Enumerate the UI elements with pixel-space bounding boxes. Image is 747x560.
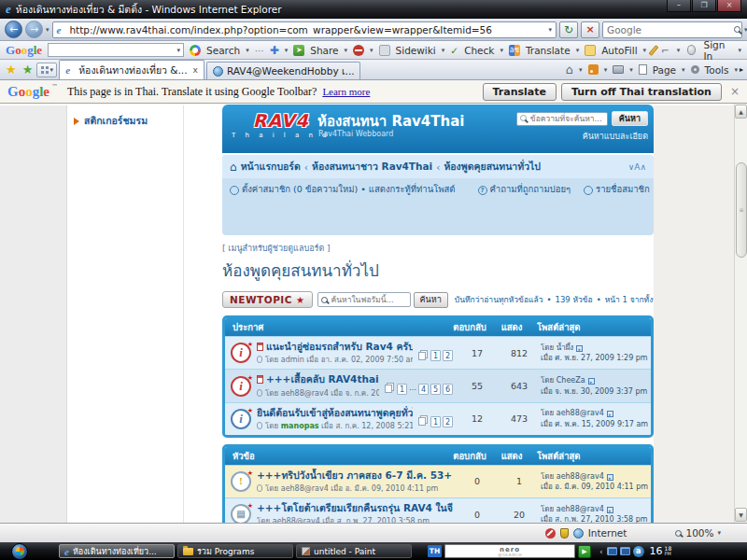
topic-title-link[interactable]: แนะนำอู่ซ่อมรถสำหรับ Rav4 ครับ xyxy=(266,341,413,352)
autofill-dropdown-icon[interactable]: ▾ xyxy=(643,47,647,54)
url-input[interactable] xyxy=(69,24,544,35)
user-settings-link[interactable]: ตั้งค่าสมาชิก (0 ข้อความใหม่) xyxy=(242,182,358,196)
new-topic-button[interactable]: NEWTOPIC ★ xyxy=(222,291,313,308)
notification-close-icon[interactable]: × xyxy=(730,85,740,98)
url-box[interactable]: e ▾ xyxy=(52,21,557,38)
toolbar-search-box[interactable]: ▾ xyxy=(48,43,184,57)
zoom-dropdown-icon[interactable]: ▾ xyxy=(717,529,721,537)
goto-last-post-icon[interactable]: ▸ xyxy=(607,411,613,417)
page-number-chip[interactable]: 6 xyxy=(443,384,453,395)
start-button[interactable] xyxy=(11,543,28,560)
forum-title[interactable]: ห้องพูดคุยสนทนาทั่วไป xyxy=(222,258,654,283)
page-number-chip[interactable]: 1 xyxy=(397,384,407,395)
taskbar-button-paint[interactable]: untitled - Paint xyxy=(296,544,412,558)
tools-dropdown-icon[interactable]: ▾ xyxy=(734,66,738,74)
page-number-chip[interactable]: 4 xyxy=(418,384,429,395)
learn-more-link[interactable]: Learn more xyxy=(322,86,370,97)
taskbar-button-programs[interactable]: รวม Programs xyxy=(177,544,293,558)
network-tray-icon[interactable] xyxy=(620,547,630,555)
page-number-chip[interactable]: 2 xyxy=(443,350,453,361)
topic-author-link[interactable]: manopas xyxy=(281,422,319,430)
favorites-star-icon[interactable]: ★ xyxy=(6,63,17,77)
scroll-down-button[interactable]: ▼ xyxy=(735,508,747,522)
network-tray-icon[interactable] xyxy=(607,547,617,555)
forum-search-button[interactable]: ค้นหา xyxy=(414,292,448,308)
print-icon[interactable] xyxy=(613,65,624,74)
nero-search-box[interactable]: nero @SEARCH xyxy=(444,544,575,558)
minimize-button[interactable]: – xyxy=(667,0,691,12)
toolbar-share-button[interactable]: Share xyxy=(310,45,338,56)
forum-search-input[interactable] xyxy=(317,292,411,307)
sidewiki-dropdown-icon[interactable]: ▾ xyxy=(442,47,445,54)
tray-expand-icon[interactable]: ‹ xyxy=(599,547,603,556)
settings-dropdown-icon[interactable]: ▾ xyxy=(677,47,681,54)
topic-title-link[interactable]: +++เสื้อคลับ RAV4thai ล็อตแรก รับจองด่วน… xyxy=(266,373,379,385)
language-indicator[interactable]: TH xyxy=(428,545,442,557)
search-icon[interactable] xyxy=(734,26,740,33)
toolbar-signin-button[interactable]: Sign In xyxy=(703,39,730,62)
page-menu-button[interactable]: Page xyxy=(653,64,676,76)
avast-tray-icon[interactable]: a xyxy=(633,546,644,557)
toolbar-search-dropdown-icon[interactable]: ▾ xyxy=(177,47,181,54)
text-size-controls[interactable]: ∨A∧ xyxy=(628,162,646,172)
toolbar-settings-icon[interactable]: ⌐ xyxy=(661,45,669,56)
share-dropdown-icon[interactable]: ▾ xyxy=(345,47,348,54)
page-dropdown-icon[interactable]: ▾ xyxy=(682,66,685,74)
last-post-author[interactable]: โดย aeh88@rav4 xyxy=(541,505,604,513)
topic-title-link[interactable]: +++ทริปวังน้ำเขียว ภาคสอง 6-7 มี.ค. 53++… xyxy=(257,469,453,481)
maximize-button[interactable]: ❐ xyxy=(692,0,716,12)
quick-tabs-button[interactable]: ▾ xyxy=(36,63,57,77)
turn-off-translation-button[interactable]: Turn off Thai translation xyxy=(561,83,722,101)
ie-search-box[interactable]: ▾ xyxy=(602,21,742,38)
toolbar-translate-button[interactable]: Translate xyxy=(526,45,571,56)
page-number-chip[interactable]: 1 xyxy=(430,350,441,361)
rss-feed-icon[interactable] xyxy=(588,64,599,75)
back-button[interactable]: ← xyxy=(5,21,22,38)
page-number-chip[interactable]: 1 xyxy=(430,416,441,427)
toolbar-check-button[interactable]: Check xyxy=(464,45,494,56)
scroll-up-button[interactable]: ▲ xyxy=(735,105,747,119)
add-bookmark-icon[interactable]: ✚ xyxy=(270,44,279,57)
translate-dropdown-icon[interactable]: ▾ xyxy=(576,47,580,54)
check-dropdown-icon[interactable]: ▾ xyxy=(500,47,503,54)
forward-button[interactable]: → xyxy=(25,21,43,38)
zoom-level[interactable]: 100% xyxy=(685,527,713,539)
tab-close-icon[interactable]: x xyxy=(193,65,198,75)
popup-dropdown-icon[interactable]: ▾ xyxy=(370,47,374,54)
board-search-button[interactable]: ค้นหา xyxy=(612,111,648,126)
toolbar-autofill-button[interactable]: AutoFill xyxy=(601,45,637,56)
close-button[interactable]: × xyxy=(717,0,741,12)
refresh-button[interactable]: ↻ xyxy=(559,21,578,38)
taskbar-button-ie[interactable]: e ห้องเดินทางท่องเที่ยว... xyxy=(59,544,175,558)
topic-title-link[interactable]: +++โตโยต้าเตรียมเรียกคืนรถรุ่น RAV4 ในจี… xyxy=(257,502,453,513)
breadcrumb-home-link[interactable]: หน้าแรกบอร์ด xyxy=(241,159,301,175)
bookmark-dropdown-icon[interactable]: ▾ xyxy=(285,47,289,54)
history-dropdown-icon[interactable]: ▾ xyxy=(46,26,49,34)
home-icon[interactable]: ⌂ xyxy=(230,161,237,174)
scrollbar-thumb[interactable]: ≡ xyxy=(736,162,747,258)
tab-weekendhobby[interactable]: RAV4@WeekendHobby เ... xyxy=(206,62,360,79)
my-posts-link[interactable]: แสดงกระทู้ที่ท่านโพสต์ xyxy=(369,182,456,196)
goto-last-post-icon[interactable]: ▸ xyxy=(607,474,613,481)
home-icon[interactable]: ⌂ xyxy=(566,63,573,77)
toolbar-overflow-icon[interactable]: ▸ xyxy=(740,65,743,74)
highlighter-icon[interactable] xyxy=(649,45,659,56)
taskbar-clock[interactable]: 16 18 PM xyxy=(650,545,672,557)
url-dropdown-icon[interactable]: ▾ xyxy=(548,26,552,34)
feed-dropdown-icon[interactable]: ▾ xyxy=(604,66,608,74)
last-post-author[interactable]: โดย CheeZa xyxy=(541,376,585,385)
signin-dropdown-icon[interactable]: ▾ xyxy=(738,47,741,54)
last-post-author[interactable]: โดย น้ำผึ้ง xyxy=(541,343,573,352)
tab-current[interactable]: e ห้องเดินทางท่องเที่ยว &... x xyxy=(59,60,204,79)
ie-search-input[interactable] xyxy=(607,24,730,35)
advanced-search-link[interactable]: ค้นหาแบบละเอียด xyxy=(583,130,648,143)
goto-last-post-icon[interactable]: ▸ xyxy=(576,345,583,352)
vertical-scrollbar[interactable]: ▲ ≡ ▼ xyxy=(734,104,747,523)
print-dropdown-icon[interactable]: ▾ xyxy=(629,66,633,74)
topic-title-link[interactable]: ยินดีต้อนรับเข้าสู่ห้องสนทนาพูดคุยทั่วไป xyxy=(257,407,413,418)
translate-button[interactable]: Translate xyxy=(483,83,557,101)
sidebar-item-sticker[interactable]: สติกเกอร์ชมรม xyxy=(68,105,183,136)
goto-last-post-icon[interactable]: ▸ xyxy=(588,378,595,385)
last-post-author[interactable]: โดย aeh88@rav4 xyxy=(541,409,604,417)
last-post-author[interactable]: โดย aeh88@rav4 xyxy=(541,472,604,481)
